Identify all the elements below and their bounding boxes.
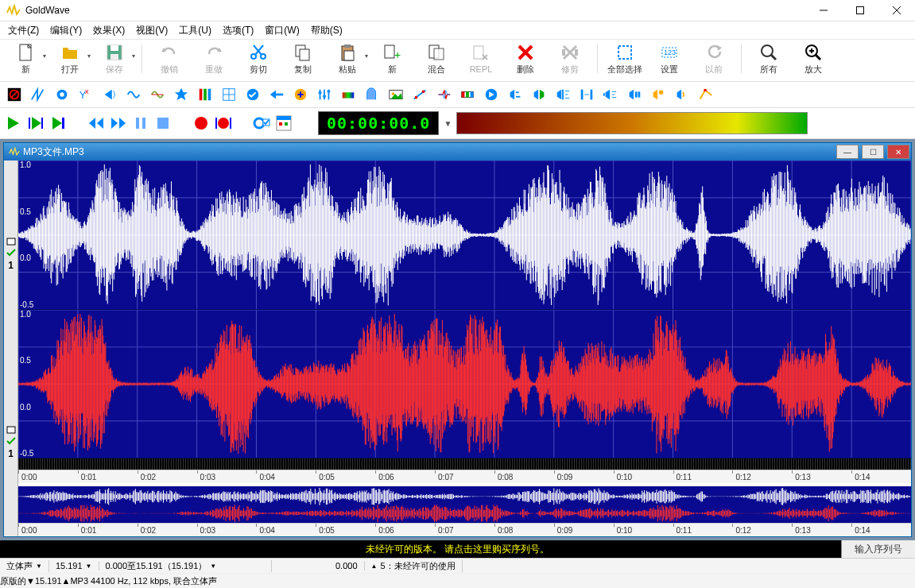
paste-button[interactable]: 粘贴▾ (325, 41, 370, 76)
record-selection-button[interactable] (215, 114, 232, 132)
timecode-dropdown[interactable]: ▼ (444, 119, 452, 128)
svg-rect-20 (385, 45, 394, 58)
waveform-channel-2[interactable]: 1.00.50.0-0.5 (18, 310, 911, 459)
invert-button[interactable] (434, 85, 453, 104)
record-button[interactable] (192, 114, 210, 132)
ch1-mute-icon (6, 238, 16, 246)
waveform-channel-1[interactable]: 1.00.50.0-0.5 (18, 161, 911, 310)
status-channels[interactable]: 立体声▼ (0, 560, 49, 572)
new-button[interactable]: 新▾ (3, 41, 48, 76)
delete-button[interactable]: 删除 (503, 41, 548, 76)
doc-minimize-button[interactable]: — (836, 145, 859, 159)
level-meter[interactable] (456, 112, 808, 134)
close-button[interactable] (878, 0, 915, 21)
noise-reduction-button[interactable] (243, 85, 262, 104)
time-ruler[interactable]: 0:000:010:020:030:040:050:060:070:080:09… (18, 470, 911, 483)
censor-button[interactable] (5, 85, 24, 104)
status-format[interactable]: ▲MP3 44100 Hz, 112 kbps, 联合立体声 (62, 575, 218, 587)
enter-serial-button[interactable]: 输入序列号 (841, 540, 915, 558)
doc-icon (9, 147, 20, 157)
rewind-button[interactable] (87, 114, 105, 132)
play-end-button[interactable] (49, 114, 67, 132)
reverb-button[interactable] (291, 85, 310, 104)
loop-toggle-button[interactable] (253, 114, 270, 132)
new2-button[interactable]: +新 (370, 41, 414, 76)
minimize-button[interactable] (805, 0, 842, 21)
overview-time-ruler[interactable]: 0:000:010:020:030:040:050:060:070:080:09… (18, 523, 911, 536)
crossfade-button[interactable] (29, 85, 48, 104)
reverse-button[interactable] (553, 85, 572, 104)
properties-button[interactable] (275, 114, 293, 132)
volume-match-button[interactable] (673, 85, 692, 104)
plugins-button[interactable] (506, 85, 525, 104)
stop-button[interactable] (154, 114, 172, 132)
voice-over-button[interactable] (649, 85, 668, 104)
resample-button[interactable] (529, 85, 549, 104)
mix-button[interactable]: 混合 (414, 41, 459, 76)
pitch-button[interactable] (267, 85, 286, 104)
selall-button[interactable]: 全部选择 (603, 41, 647, 76)
svg-marker-113 (52, 117, 62, 130)
spectrum-button[interactable] (339, 85, 358, 104)
status-length[interactable]: 15.191▼ (49, 561, 99, 571)
menu-效果[interactable]: 效果(X) (88, 22, 130, 39)
license-banner[interactable]: 未经许可的版本。 请点击这里购买序列号。 输入序列号 (0, 540, 915, 558)
cut-button[interactable]: 剪切 (236, 41, 281, 76)
parametric-eq-button[interactable] (219, 85, 238, 104)
zoomin-button[interactable]: 放大 (791, 41, 836, 76)
doc-close-button[interactable]: ✕ (887, 145, 909, 159)
forward-button[interactable] (110, 114, 127, 132)
copy-button[interactable]: 复制 (281, 41, 325, 76)
selection-bar[interactable] (18, 458, 911, 470)
overview-waveform[interactable] (18, 483, 911, 523)
svg-point-45 (60, 92, 64, 96)
play-button[interactable] (5, 114, 22, 132)
ch1-check-icon (6, 249, 16, 257)
menu-文件[interactable]: 文件(Z) (3, 22, 44, 39)
all-button[interactable]: 所有 (746, 41, 791, 76)
spectrum-filter-button[interactable] (196, 85, 215, 104)
menu-窗口[interactable]: 窗口(W) (260, 22, 304, 39)
menu-帮助[interactable]: 帮助(S) (306, 22, 347, 39)
status-position[interactable]: 0.000 (272, 561, 365, 571)
doc-maximize-button[interactable]: ☐ (862, 145, 884, 159)
status-range[interactable]: 0.000至15.191（15.191）▼ (99, 560, 272, 572)
menu-视图[interactable]: 视图(V) (131, 22, 173, 39)
reverb2-button[interactable] (363, 85, 382, 104)
menu-编辑[interactable]: 编辑(Y) (45, 22, 87, 39)
image-button[interactable] (386, 85, 405, 104)
zoomin-icon (804, 43, 823, 62)
compressor-button[interactable] (124, 85, 143, 104)
menu-选项[interactable]: 选项(T) (218, 22, 258, 39)
open-button[interactable]: 打开▾ (48, 41, 92, 76)
maximize-button[interactable] (842, 0, 878, 21)
app-logo-icon (6, 5, 21, 16)
equalizer-button[interactable] (315, 85, 334, 104)
interpolate-button[interactable] (410, 85, 429, 104)
pitch-icon (269, 87, 285, 103)
pause-button[interactable] (132, 114, 149, 132)
echo-button[interactable] (100, 85, 119, 104)
flanger-button[interactable] (172, 85, 191, 104)
offset-button[interactable] (482, 85, 501, 104)
status-zoom[interactable]: ▲5：未经许可的使用 (365, 560, 463, 572)
play-selection-button[interactable] (27, 114, 45, 132)
dynamics-button[interactable]: Yx (76, 85, 95, 104)
silence-reduce-button[interactable] (577, 85, 596, 104)
doppler-button[interactable] (52, 85, 72, 104)
document-window: MP3文件.MP3 — ☐ ✕ 1 1 (3, 142, 912, 537)
channel-1-controls[interactable]: 1 (4, 161, 18, 349)
channel-2-controls[interactable]: 1 (4, 349, 18, 537)
volume-shape-button[interactable] (696, 85, 715, 104)
set-button[interactable]: 123设置 (647, 41, 692, 76)
stereo-button[interactable] (601, 85, 620, 104)
svg-rect-16 (300, 49, 309, 60)
expander-button[interactable] (148, 85, 167, 104)
time-warp-button[interactable] (625, 85, 644, 104)
menu-工具[interactable]: 工具(U) (174, 22, 216, 39)
svg-rect-129 (277, 116, 291, 120)
status-mode[interactable]: 原版的▼ (0, 575, 35, 587)
save-button: 保存▾ (92, 41, 137, 76)
document-title-bar[interactable]: MP3文件.MP3 — ☐ ✕ (4, 143, 911, 161)
mechanize-button[interactable] (458, 85, 477, 104)
